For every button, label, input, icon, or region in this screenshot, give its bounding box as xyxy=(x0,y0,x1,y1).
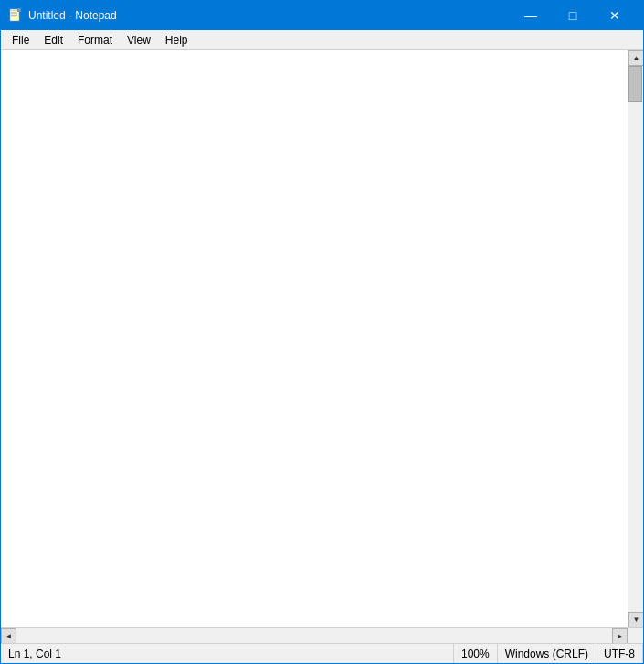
text-editor[interactable] xyxy=(1,50,628,627)
editor-area: ▲ ▼ xyxy=(1,50,643,627)
title-bar: Untitled - Notepad — □ ✕ xyxy=(1,1,643,30)
scrollbar-corner xyxy=(628,627,643,643)
scroll-up-button[interactable]: ▲ xyxy=(628,50,643,66)
encoding: UTF-8 xyxy=(596,644,643,663)
scroll-left-button[interactable]: ◄ xyxy=(1,628,16,644)
menu-file[interactable]: File xyxy=(5,30,37,50)
vertical-scrollbar[interactable]: ▲ ▼ xyxy=(628,50,643,627)
app-icon xyxy=(8,8,23,23)
maximize-button[interactable]: □ xyxy=(552,1,594,30)
minimize-button[interactable]: — xyxy=(510,1,552,30)
status-bar: Ln 1, Col 1 100% Windows (CRLF) UTF-8 xyxy=(1,643,643,663)
menu-help[interactable]: Help xyxy=(158,30,195,50)
zoom-level: 100% xyxy=(454,644,498,663)
scroll-right-button[interactable]: ► xyxy=(612,628,628,644)
horizontal-scrollbar[interactable]: ◄ ► xyxy=(1,627,628,643)
window-title: Untitled - Notepad xyxy=(28,9,510,22)
svg-rect-4 xyxy=(11,15,17,16)
cursor-position: Ln 1, Col 1 xyxy=(1,644,454,663)
window-controls: — □ ✕ xyxy=(510,1,636,30)
scroll-track-vertical[interactable] xyxy=(628,66,643,612)
svg-rect-1 xyxy=(11,10,18,11)
svg-rect-5 xyxy=(11,16,16,17)
menu-format[interactable]: Format xyxy=(70,30,120,50)
notepad-window: Untitled - Notepad — □ ✕ File Edit Forma… xyxy=(0,0,644,664)
svg-rect-3 xyxy=(11,14,17,15)
line-ending: Windows (CRLF) xyxy=(498,644,596,663)
svg-rect-2 xyxy=(11,12,17,13)
menu-view[interactable]: View xyxy=(120,30,158,50)
scroll-thumb-vertical[interactable] xyxy=(628,66,642,102)
close-button[interactable]: ✕ xyxy=(594,1,636,30)
scroll-down-button[interactable]: ▼ xyxy=(628,612,643,627)
horizontal-scrollbar-area: ◄ ► xyxy=(1,627,643,643)
svg-rect-6 xyxy=(17,8,21,12)
menu-bar: File Edit Format View Help xyxy=(1,30,643,50)
menu-edit[interactable]: Edit xyxy=(37,30,70,50)
